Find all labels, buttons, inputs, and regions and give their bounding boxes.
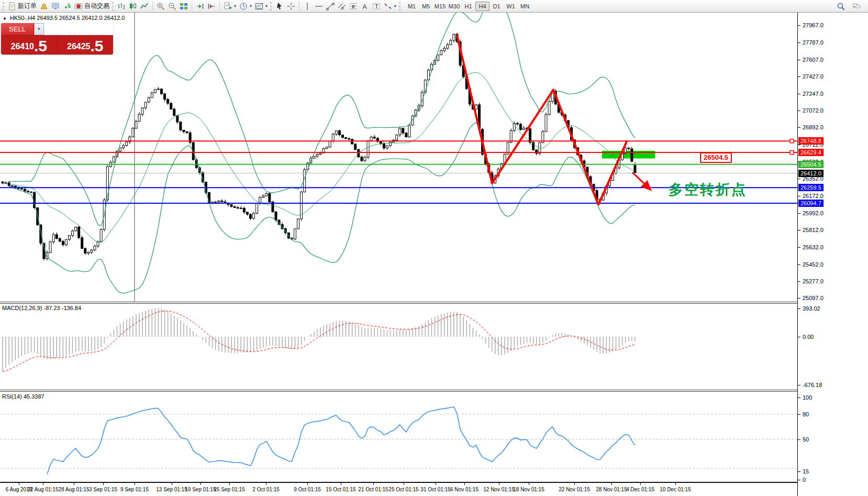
date-label: 18 Nov 01:15	[509, 487, 549, 492]
date-tick	[464, 483, 465, 485]
candlestick-mode-button[interactable]	[127, 1, 139, 12]
crosshair-tool-button[interactable]	[285, 1, 297, 12]
rsi-canvas[interactable]	[0, 392, 797, 482]
timeframe-W1[interactable]: W1	[504, 2, 518, 11]
toolbar-grip[interactable]	[270, 2, 272, 10]
symbol-info: ▲ HK50-,H4 26493.5 26524.5 26412.0 26412…	[3, 15, 125, 21]
date-tick	[574, 483, 575, 485]
signals-button[interactable]	[61, 1, 73, 12]
gold-ingot-icon	[40, 2, 48, 10]
date-tick	[307, 483, 308, 485]
rsi-pane[interactable]	[0, 392, 797, 482]
macd-tick-label: 0.00	[803, 334, 814, 340]
cursor-tool-button[interactable]	[274, 1, 285, 12]
date-tick	[529, 483, 529, 485]
macd-pane[interactable]	[0, 304, 797, 390]
chart-shift-button[interactable]	[206, 1, 217, 12]
templates-button[interactable]: ▾	[253, 1, 269, 12]
price-chart-canvas[interactable]	[0, 13, 797, 302]
current-price-badge: 26412.0	[798, 170, 824, 177]
macd-canvas[interactable]	[0, 304, 797, 390]
buy-price[interactable]: 26425 .5	[58, 36, 114, 54]
date-tick	[436, 483, 436, 485]
date-tick	[103, 483, 104, 485]
deposit-button[interactable]	[38, 1, 50, 12]
date-tick	[266, 483, 266, 485]
date-label: 2 Oct 01:15	[246, 487, 286, 492]
macd-tick-label: -676.18	[803, 382, 822, 388]
channel-tool-button[interactable]: E	[336, 1, 348, 12]
timeframe-M15[interactable]: M15	[433, 2, 447, 11]
price-axis[interactable]: 27967.027787.027607.027427.027247.027072…	[798, 13, 868, 496]
chat-bubbles-icon	[852, 2, 861, 10]
price-tick-label: 25992.0	[803, 210, 824, 216]
date-tick	[404, 483, 404, 485]
timeframe-D1[interactable]: D1	[489, 2, 504, 11]
fibonacci-tool-button[interactable]: F	[348, 1, 359, 12]
zoom-out-icon	[168, 2, 176, 10]
trendline-tool-button[interactable]	[325, 1, 336, 12]
price-tick-label: 27427.0	[803, 73, 824, 80]
price-tick-label: 27072.0	[803, 107, 824, 114]
timeframe-M5[interactable]: M5	[419, 2, 433, 11]
chat-button[interactable]	[851, 1, 862, 12]
equidistant-channel-icon: E	[338, 2, 346, 10]
price-level-badge: 26504.5	[798, 161, 824, 168]
price-tick-label: 25277.0	[803, 278, 824, 284]
timeframe-M1[interactable]: M1	[405, 2, 419, 11]
price-tick-label: 25632.0	[803, 244, 824, 250]
periods-button[interactable]: ▾	[238, 1, 253, 12]
dropdown-caret: ▾	[250, 4, 252, 8]
auto-trading-button[interactable]: 自动交易	[73, 1, 111, 12]
collapse-arrow-icon[interactable]: ▲	[3, 16, 7, 20]
sell-price[interactable]: 26410 .5	[1, 36, 57, 54]
time-axis[interactable]: 6 Aug 201922 Aug 01:1528 Aug 01:153 Sep …	[0, 483, 797, 496]
price-tick-label: 27787.0	[803, 39, 824, 46]
vertical-line-tool-button[interactable]	[302, 1, 313, 12]
price-tick-label: 27247.0	[803, 91, 824, 97]
toolbar-grip[interactable]	[399, 2, 400, 10]
price-tick-label: 27607.0	[803, 57, 824, 63]
timeframe-bar: M1M5M15M30H1H4D1W1MN	[405, 2, 532, 11]
tile-windows-button[interactable]	[178, 1, 190, 12]
label-tool-button[interactable]: T	[371, 1, 382, 12]
timeframe-H1[interactable]: H1	[461, 2, 475, 11]
terminal-button[interactable]	[50, 1, 61, 12]
bar-chart-mode-button[interactable]	[116, 1, 127, 12]
auto-trading-icon	[74, 2, 83, 10]
pane-splitter[interactable]	[0, 390, 868, 392]
toolbar-grip[interactable]	[3, 2, 4, 10]
volume-decrease-button[interactable]: ▼	[34, 23, 44, 35]
cursor-arrow-icon	[275, 2, 284, 10]
indicators-button[interactable]: ▾	[222, 1, 238, 12]
zoom-in-button[interactable]	[155, 1, 166, 12]
search-button[interactable]	[835, 1, 847, 12]
chart-template-icon	[255, 2, 263, 10]
pane-splitter[interactable]	[0, 302, 868, 304]
timeframe-M30[interactable]: M30	[447, 2, 461, 11]
svg-text:A: A	[363, 3, 367, 10]
sell-button[interactable]: SELL	[1, 23, 34, 35]
text-tool-icon: A	[361, 2, 369, 10]
symbol-ohlc-text: HK50-,H4 26493.5 26524.5 26412.0 26412.0	[10, 15, 125, 21]
toolbar-grip[interactable]	[112, 2, 114, 10]
zoom-in-icon	[157, 2, 165, 10]
svg-text:F: F	[352, 4, 355, 9]
price-chart[interactable]	[0, 13, 797, 302]
timeframe-MN[interactable]: MN	[518, 2, 532, 11]
zoom-out-button[interactable]	[166, 1, 178, 12]
volume-input[interactable]	[44, 23, 113, 35]
arrows-tool-button[interactable]: ▾	[382, 1, 398, 12]
new-order-button[interactable]: 新订单	[6, 1, 38, 12]
buy-price-int: 26425	[67, 41, 91, 52]
auto-scroll-button[interactable]	[194, 1, 206, 12]
line-chart-mode-button[interactable]	[139, 1, 150, 12]
text-tool-button[interactable]: A	[359, 1, 371, 12]
price-callout-label[interactable]: 26504.5	[700, 152, 732, 163]
horizontal-line-tool-button[interactable]	[313, 1, 325, 12]
turning-point-annotation[interactable]: 多空转折点	[669, 180, 747, 199]
date-label: 6 Nov 01:15	[444, 487, 484, 492]
timeframe-H4[interactable]: H4	[475, 2, 489, 11]
date-tick	[341, 483, 341, 485]
price-level-badge: 26629.4	[798, 149, 824, 156]
